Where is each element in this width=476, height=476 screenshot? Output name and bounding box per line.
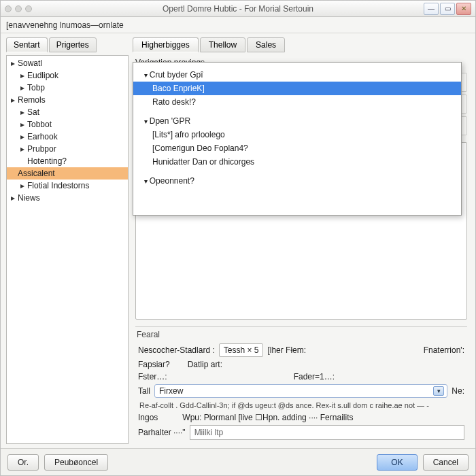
help-text: Re-af-collt . Gdd-Callinl-3n; if @ds uge… — [135, 399, 467, 411]
right-panel: HigherbiggesThellowSales Verigation prov… — [133, 37, 470, 444]
disclosure-icon: ▸ — [20, 181, 26, 190]
fearal-group: Fearal Nescocher-Stadlard : Tessh × 5 [l… — [135, 326, 467, 441]
fearal-label: Fearal — [135, 330, 467, 339]
disclosure-icon: ▸ — [11, 193, 16, 203]
tree-item-label: Hotenting? — [27, 156, 67, 166]
r2-k2: Datlip art: — [188, 360, 222, 369]
tree-item-2[interactable]: ▸Tobp — [7, 82, 128, 94]
fearal-row4: Tall Firxew ▾ Ne: — [135, 383, 467, 399]
fearal-row6: Parhalter ····" Miilki ltp — [135, 424, 467, 441]
dropdown-popup[interactable]: Crut byder Gpî Baco EnprieK] Rato desk!?… — [133, 62, 462, 216]
popup-g2-item2[interactable]: Hunidatter Dan or dhicorges — [133, 155, 461, 169]
disclosure-icon: ▸ — [11, 58, 16, 68]
popup-g1-header[interactable]: Crut byder Gpî — [133, 68, 461, 82]
r1-v1[interactable]: Tessh × 5 — [219, 343, 264, 357]
r2-k1: Fapsiar? — [138, 360, 170, 369]
disclosure-icon: ▸ — [20, 71, 26, 80]
disclosure-icon: ▸ — [20, 144, 26, 154]
popup-g2-item0[interactable]: [Lits*] afro prloolego — [133, 128, 461, 141]
parhalter-input[interactable]: Miilki ltp — [190, 425, 464, 440]
tree-item-9[interactable]: Assicalent — [7, 167, 128, 180]
window: Opertl Domre Hubtic - For Morial Sertoui… — [0, 0, 476, 476]
tree-item-label: Flotial Indestorns — [27, 181, 89, 190]
popup-g1-item0[interactable]: Baco EnprieK] — [133, 82, 461, 95]
r3-k2: Fader=1…: — [294, 372, 335, 381]
tall-combo-value: Firxew — [159, 386, 430, 396]
tree-item-label: Assicalent — [18, 169, 55, 178]
disclosure-icon: ▸ — [20, 132, 26, 141]
r5-b: Wpu: Plormanl [live ☐Hpn. adding ···· Fe… — [182, 413, 353, 422]
tree-item-7[interactable]: ▸Prubpor — [7, 143, 128, 155]
body: Sentart Prigertes ▸Sowatl▸Eudlipok▸Tobp▸… — [1, 33, 475, 448]
r6-k: Parhalter ····" — [138, 428, 186, 437]
r3-k1: Fster…: — [138, 372, 167, 381]
r1-k1: Nescocher-Stadlard : — [138, 345, 215, 355]
chevron-down-icon: ▾ — [433, 386, 444, 396]
tree-item-label: Tobbot — [27, 120, 52, 129]
tree-item-label: Eudlipok — [27, 71, 58, 80]
address-text: [enavvenehng lnumoas—ornlate — [6, 20, 124, 30]
r1-k2: [lher Fłem: — [267, 345, 306, 355]
tree-item-label: Tobp — [27, 83, 45, 92]
tree-item-10[interactable]: ▸Flotial Indestorns — [7, 180, 128, 192]
fearal-row3: Fster…: Fader=1…: — [135, 371, 467, 383]
tree-item-5[interactable]: ▸Tobbot — [7, 118, 128, 131]
tree-item-label: Sat — [27, 107, 39, 117]
tree-view[interactable]: ▸Sowatl▸Eudlipok▸Tobp▸Remols▸Sat▸Tobbot▸… — [6, 55, 129, 444]
r4-k: Tall — [138, 386, 150, 396]
parhalter-value: Miilki ltp — [194, 428, 224, 437]
tree-item-label: Remols — [18, 95, 46, 105]
fearal-row5: Ingos Wpu: Plormanl [live ☐Hpn. adding ·… — [135, 411, 467, 424]
r1-k3: Fnaterrion': — [424, 345, 464, 355]
popup-g2-header[interactable]: Dpen 'GPR — [133, 114, 461, 128]
tree-item-label: Sowatl — [18, 58, 42, 68]
tree-item-6[interactable]: ▸Earhook — [7, 131, 128, 143]
disclosure-icon: ▸ — [11, 95, 16, 105]
popup-g3-header[interactable]: Opeonnent? — [133, 174, 461, 188]
fearal-row1: Nescocher-Stadlard : Tessh × 5 [lher Fłe… — [135, 342, 467, 358]
tree-item-1[interactable]: ▸Eudlipok — [7, 69, 128, 82]
tree-item-11[interactable]: ▸Niews — [7, 192, 128, 204]
or-button[interactable]: Or. — [7, 454, 39, 471]
ok-button[interactable]: OK — [377, 454, 417, 471]
right-tab-2[interactable]: Sales — [247, 37, 285, 52]
address-bar: [enavvenehng lnumoas—ornlate — [1, 17, 475, 33]
fearal-row2: Fapsiar? Datlip art: — [135, 358, 467, 371]
popup-g2-item1[interactable]: [Comerigun Deo Foplan4? — [133, 141, 461, 155]
right-tab-1[interactable]: Thellow — [200, 37, 245, 52]
tree-item-8[interactable]: Hotenting? — [7, 155, 128, 167]
right-tab-0[interactable]: Higherbigges — [133, 37, 199, 52]
tree-item-0[interactable]: ▸Sowatl — [7, 57, 128, 69]
tree-item-3[interactable]: ▸Remols — [7, 94, 128, 106]
disclosure-icon: ▸ — [20, 120, 26, 129]
window-title: Opertl Domre Hubtic - For Morial Sertoui… — [1, 4, 475, 14]
r4-after: Ne: — [452, 386, 464, 396]
footer: Or. Peubøoncel OK Cancel — [1, 448, 475, 475]
titlebar: Opertl Domre Hubtic - For Morial Sertoui… — [1, 1, 475, 17]
tree-item-label: Prubpor — [27, 144, 56, 154]
pub-button[interactable]: Peubøoncel — [44, 454, 108, 471]
left-tab-sentart[interactable]: Sentart — [6, 37, 48, 52]
tree-item-label: Earhook — [27, 132, 58, 141]
tree-item-4[interactable]: ▸Sat — [7, 106, 128, 118]
disclosure-icon: ▸ — [20, 83, 26, 92]
tall-combo[interactable]: Firxew ▾ — [154, 384, 447, 398]
left-panel: Sentart Prigertes ▸Sowatl▸Eudlipok▸Tobp▸… — [6, 37, 129, 444]
left-tab-prigertes[interactable]: Prigertes — [49, 37, 97, 52]
right-tabs: HigherbiggesThellowSales — [133, 37, 470, 52]
popup-g1-item1[interactable]: Rato desk!? — [133, 95, 461, 109]
r5-a: Ingos — [138, 413, 158, 422]
disclosure-icon: ▸ — [20, 107, 26, 117]
left-tabs: Sentart Prigertes — [6, 37, 129, 52]
cancel-button[interactable]: Cancel — [423, 454, 469, 471]
tree-item-label: Niews — [18, 193, 40, 203]
